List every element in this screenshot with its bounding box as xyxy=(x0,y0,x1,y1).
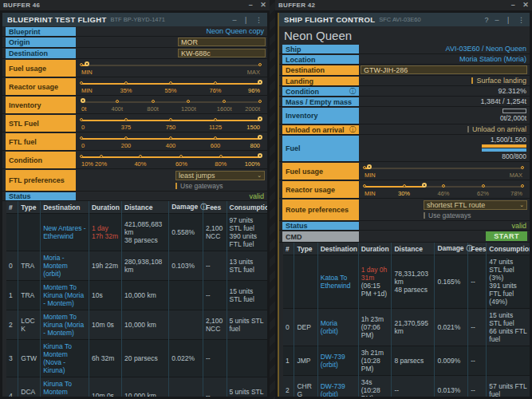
cell-dmg xyxy=(169,310,203,340)
detach-icon[interactable]: ❘ xyxy=(242,16,249,24)
fuel-usage-slider[interactable]: MIN MAX xyxy=(365,162,522,180)
cell-type xyxy=(18,214,41,251)
minimize-icon[interactable]: – xyxy=(249,2,253,9)
fuel-bar-group: 1,500/1,500 800/800 xyxy=(479,136,526,160)
cell-dmg: 0.021% xyxy=(435,309,468,346)
col-destination: Destination xyxy=(43,203,80,211)
help-icon[interactable]: ? xyxy=(484,16,488,24)
cell-cons: 15 units STL fuel 66 units FTL fuel xyxy=(487,309,530,346)
slider-handle[interactable] xyxy=(367,164,372,169)
slider-handle[interactable] xyxy=(258,80,262,85)
unload-label-text: Unload on arrival xyxy=(286,126,345,134)
route-table-row: 1TRAMontem To Kiruna (Moria - Montem)10s… xyxy=(6,281,267,310)
tick-label: MIN xyxy=(365,172,376,179)
reactor-usage-label: Reactor usage xyxy=(6,78,76,95)
info-icon[interactable]: ⓘ xyxy=(349,87,356,96)
origin-input[interactable] xyxy=(178,38,266,46)
destination-link[interactable]: New Antares - Etherwind xyxy=(43,224,85,240)
inventory-slider[interactable]: 0t 400t 800t 1200t 1600t 2000t xyxy=(81,96,260,113)
blueprint-link[interactable]: Neon Queen copy xyxy=(206,27,264,35)
info-icon[interactable]: ⓘ xyxy=(349,125,356,134)
destination-link[interactable]: Kiruna To Montem (Nova - Kiruna) xyxy=(43,342,72,374)
minimize-icon[interactable]: – xyxy=(495,16,499,24)
destination-link[interactable]: Kiruna To Montem (Nova - Kiruna) xyxy=(43,380,72,397)
dropdown-value: shortest FTL route xyxy=(427,201,485,209)
cell-dist: -- xyxy=(392,376,435,397)
destination-input[interactable] xyxy=(178,49,266,57)
destination-input[interactable] xyxy=(361,65,527,74)
col-duration: Duration xyxy=(361,245,389,253)
tick-label: 750 xyxy=(166,124,176,131)
condition-slider[interactable]: 10% 20% 40% 60% 80% 100% xyxy=(81,151,260,168)
cell-num xyxy=(283,255,294,309)
slider-handle[interactable] xyxy=(85,61,89,66)
cell-num: 4 xyxy=(6,377,18,397)
destination-link[interactable]: Moria - Montem (orbit) xyxy=(43,254,68,278)
cell-cons xyxy=(487,346,530,376)
duration-warning: 1 day 17h 32m xyxy=(92,224,118,240)
cell-dest: DW-739 (orbit) xyxy=(317,376,358,397)
buffer-titlebar[interactable]: BUFFER 42 – ✕ xyxy=(275,0,532,10)
inventory-label: Inventory xyxy=(6,97,76,113)
destination-link[interactable]: DW-739 (orbit) xyxy=(321,353,345,369)
destination-link[interactable]: Montem To Kiruna (Moria - Montem) xyxy=(43,313,84,337)
cell-dur: 6h 32m xyxy=(89,340,121,377)
condition-value: 92.312% xyxy=(498,87,526,95)
reactor-usage-slider[interactable]: MIN 35% 55% 76% 96% xyxy=(81,77,260,95)
tick-label: 800t xyxy=(147,105,159,113)
ftl-preferences-dropdown[interactable]: least jumps ⌄ xyxy=(175,171,265,180)
cell-fees: -- xyxy=(468,346,487,376)
cell-cons: 5 units STL fuel xyxy=(227,310,267,340)
destination-link[interactable]: DW-739 (orbit) xyxy=(321,382,345,397)
route-table-row: 0DEPMoria (orbit)1h 23m (07:06 PM)21,370… xyxy=(283,309,530,346)
cell-dmg xyxy=(169,281,203,310)
col-num: # xyxy=(9,203,13,211)
mass-value: 1,384t / 1,254t xyxy=(480,97,526,105)
col-destination: Destination xyxy=(321,245,357,253)
slider-handle[interactable] xyxy=(81,98,85,103)
col-type: Type xyxy=(21,203,36,211)
buffer-titlebar[interactable]: BUFFER 46 – ✕ xyxy=(0,0,270,10)
route-table-row: 0TRAMoria - Montem (orbit)19h 22m280,938… xyxy=(6,251,267,281)
destination-link[interactable]: Katoa To Etherwind xyxy=(321,274,351,290)
unload-toggle[interactable]: Unload on arrival xyxy=(467,125,526,133)
slider-handle[interactable] xyxy=(258,135,262,140)
tick-label: 1600t xyxy=(217,105,232,113)
ship-link[interactable]: AVI-03E60 / Neon Queen xyxy=(446,45,526,53)
minimize-icon[interactable]: – xyxy=(511,2,515,9)
slider-handle[interactable] xyxy=(258,153,262,158)
tick-label: MAX xyxy=(247,69,260,76)
cell-fees: -- xyxy=(468,376,487,397)
ftl-fuel-bar xyxy=(482,148,526,152)
tick-label: 100% xyxy=(245,160,260,168)
cell-num: 3 xyxy=(6,340,18,377)
close-icon[interactable]: ✕ xyxy=(522,2,529,9)
cell-dur: 10m 0s xyxy=(89,377,121,397)
minimize-icon[interactable]: – xyxy=(232,16,236,24)
use-gateways-toggle[interactable]: Use gateways xyxy=(175,182,265,190)
ftl-fuel-slider[interactable]: 0 200 400 600 800 xyxy=(81,132,260,150)
route-preferences-dropdown[interactable]: shortest FTL route ⌄ xyxy=(424,200,527,210)
menu-icon[interactable]: ⋮ xyxy=(518,16,525,24)
fuel-usage-slider[interactable]: MIN MAX xyxy=(81,59,260,77)
stl-fuel-bar xyxy=(482,144,526,148)
cell-dist: 10,000 km xyxy=(122,281,169,310)
inventory-bar-group[interactable]: 0t/2,000t xyxy=(479,108,526,122)
menu-icon[interactable]: ⋮ xyxy=(255,16,262,24)
reactor-usage-slider[interactable]: MIN 30% 46% 62% 78% xyxy=(365,180,522,198)
stl-fuel-slider[interactable]: 0 375 750 1125 1500 xyxy=(81,114,260,132)
detach-icon[interactable]: ❘ xyxy=(505,16,511,24)
slider-handle[interactable] xyxy=(422,183,427,188)
slider-handle[interactable] xyxy=(258,117,262,121)
destination-link[interactable]: Montem To Kiruna (Moria - Montem) xyxy=(43,283,84,307)
duration-warning: 1 day 0h 31m xyxy=(361,266,388,282)
start-button[interactable]: START xyxy=(486,231,527,241)
col-num: # xyxy=(286,245,290,253)
use-gateways-toggle[interactable]: Use gateways xyxy=(424,211,527,219)
landing-toggle[interactable]: Surface landing xyxy=(471,77,526,85)
destination-link[interactable]: Moria (orbit) xyxy=(321,319,338,335)
status-value: valid xyxy=(511,222,526,230)
location-link[interactable]: Moria Station (Moria) xyxy=(459,55,526,63)
close-icon[interactable]: ✕ xyxy=(260,2,266,9)
cell-cons: 5 units STL fuel xyxy=(227,377,267,397)
